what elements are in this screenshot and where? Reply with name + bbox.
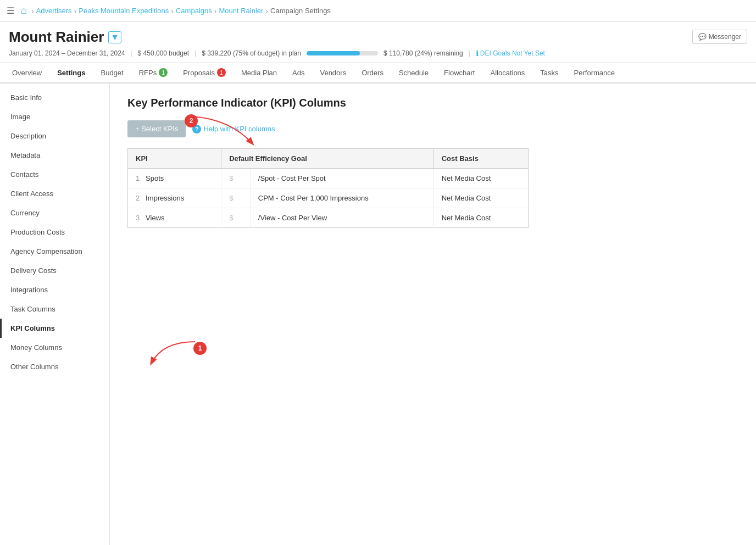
breadcrumb-sep-1: › (74, 7, 77, 15)
row3-num: 3 (136, 214, 140, 222)
row3-kpi-name: Views (146, 214, 164, 222)
sidebar-item-basic-info[interactable]: Basic Info (0, 88, 109, 107)
dei-label: DEI Goals Not Yet Set (480, 49, 545, 57)
messenger-label: Messenger (709, 33, 741, 41)
campaign-title: Mount Rainier ▼ (9, 29, 747, 46)
tab-allocations[interactable]: Allocations (482, 63, 532, 84)
row2-kpi-name: Impressions (146, 194, 184, 202)
campaign-dates: January 01, 2024 – December 31, 2024 (9, 49, 125, 57)
annotation-circle-2: 2 (185, 114, 198, 127)
meta-sep-3: | (469, 49, 470, 57)
sidebar-item-agency-compensation[interactable]: Agency Compensation (0, 242, 109, 261)
annotation-circle-1: 1 (193, 342, 207, 355)
sidebar-item-other-columns[interactable]: Other Columns (0, 357, 109, 376)
messenger-icon: 💬 (698, 33, 707, 41)
row2-goal: CPM - Cost Per 1,000 Impressions (250, 188, 433, 208)
meta-sep-2: | (194, 49, 196, 57)
campaign-budget: $ 450,000 budget (138, 49, 189, 57)
breadcrumb-campaigns[interactable]: Campaigns (176, 7, 212, 15)
sidebar-item-contacts[interactable]: Contacts (0, 165, 109, 184)
tab-media-plan[interactable]: Media Plan (234, 63, 285, 84)
sidebar-item-description[interactable]: Description (0, 126, 109, 146)
row1-kpi-name: Spots (146, 174, 164, 182)
content-area: Key Performance Indicator (KPI) Columns … (110, 84, 756, 545)
sidebar-item-money-columns[interactable]: Money Columns (0, 338, 109, 357)
row2-dollar: $ (221, 188, 251, 208)
sidebar-item-currency[interactable]: Currency (0, 203, 109, 223)
tab-orders[interactable]: Orders (354, 63, 391, 84)
campaign-in-plan: $ 339,220 (75% of budget) in plan (202, 49, 301, 57)
tab-performance[interactable]: Performance (566, 63, 622, 84)
row2-kpi: 2 Impressions (128, 188, 221, 208)
row1-dollar: $ (221, 169, 251, 188)
row1-goal: /Spot - Cost Per Spot (250, 169, 433, 188)
table-row: 2 Impressions $ CPM - Cost Per 1,000 Imp… (128, 188, 529, 208)
home-icon[interactable]: ⌂ (21, 5, 27, 16)
meta-sep-1: | (130, 49, 132, 57)
tab-flowchart[interactable]: Flowchart (436, 63, 482, 84)
top-navigation: ☰ ⌂ › Advertisers › Peaks Mountain Exped… (0, 0, 756, 22)
proposals-badge: 1 (217, 68, 226, 77)
table-row: 3 Views $ /View - Cost Per View Net Medi… (128, 208, 529, 228)
hamburger-menu[interactable]: ☰ (7, 5, 14, 16)
kpi-table: KPI Default Efficiency Goal Cost Basis 1… (127, 148, 529, 228)
sidebar-item-client-access[interactable]: Client Access (0, 184, 109, 203)
rfps-badge: 1 (159, 68, 168, 77)
campaign-name: Mount Rainier (9, 29, 104, 46)
breadcrumb-sep-3: › (214, 7, 217, 15)
tab-rfps[interactable]: RFPs 1 (131, 63, 176, 84)
row1-kpi: 1 Spots (128, 169, 221, 188)
sidebar-item-image[interactable]: Image (0, 107, 109, 126)
help-kpi-link[interactable]: ? Help with KPI columns (192, 125, 275, 134)
row1-cost-basis: Net Media Cost (433, 169, 528, 188)
tab-overview[interactable]: Overview (4, 63, 49, 84)
help-kpi-label: Help with KPI columns (203, 125, 275, 133)
tab-settings[interactable]: Settings (49, 63, 93, 84)
sidebar-item-integrations[interactable]: Integrations (0, 280, 109, 299)
tab-ads[interactable]: Ads (285, 63, 312, 84)
row1-num: 1 (136, 174, 140, 182)
sidebar-item-delivery-costs[interactable]: Delivery Costs (0, 261, 109, 280)
campaign-header: 💬 Messenger Mount Rainier ▼ January 01, … (0, 22, 756, 63)
row3-dollar: $ (221, 208, 251, 228)
budget-bar-container (307, 51, 378, 55)
campaign-remaining: $ 110,780 (24%) remaining (383, 49, 463, 57)
breadcrumb-current: Campaign Settings (270, 7, 331, 15)
tab-schedule[interactable]: Schedule (391, 63, 436, 84)
tab-bar: Overview Settings Budget RFPs 1 Proposal… (0, 63, 756, 84)
messenger-button[interactable]: 💬 Messenger (692, 30, 747, 44)
campaign-dropdown-icon[interactable]: ▼ (108, 31, 121, 43)
tab-budget[interactable]: Budget (93, 63, 131, 84)
sidebar: Basic Info Image Description Metadata Co… (0, 84, 110, 545)
tab-proposals-label: Proposals (183, 69, 215, 77)
budget-bar (307, 51, 378, 55)
sidebar-item-task-columns[interactable]: Task Columns (0, 299, 109, 319)
content-title: Key Performance Indicator (KPI) Columns (127, 97, 738, 109)
row2-num: 2 (136, 194, 140, 202)
row3-cost-basis: Net Media Cost (433, 208, 528, 228)
main-content: Basic Info Image Description Metadata Co… (0, 84, 756, 545)
breadcrumb-sep-2: › (171, 7, 174, 15)
campaign-meta: January 01, 2024 – December 31, 2024 | $… (9, 49, 747, 58)
tab-tasks[interactable]: Tasks (532, 63, 566, 84)
tab-vendors[interactable]: Vendors (312, 63, 354, 84)
button-row: + Select KPIs ? Help with KPI columns (127, 120, 738, 137)
info-icon: ℹ (476, 49, 479, 58)
col-header-cost-basis: Cost Basis (433, 149, 528, 169)
tab-proposals[interactable]: Proposals 1 (175, 63, 234, 84)
sidebar-item-kpi-columns[interactable]: KPI Columns (0, 319, 109, 338)
breadcrumb-mount-rainier[interactable]: Mount Rainier (219, 7, 263, 15)
breadcrumb-peaks[interactable]: Peaks Mountain Expeditions (79, 7, 169, 15)
row3-goal: /View - Cost Per View (250, 208, 433, 228)
sidebar-item-production-costs[interactable]: Production Costs (0, 223, 109, 242)
budget-bar-fill (307, 51, 360, 55)
row3-kpi: 3 Views (128, 208, 221, 228)
sidebar-item-metadata[interactable]: Metadata (0, 146, 109, 165)
breadcrumb-sep-0: › (31, 7, 34, 15)
table-row: 1 Spots $ /Spot - Cost Per Spot Net Medi… (128, 169, 529, 188)
select-kpis-button[interactable]: + Select KPIs (127, 120, 186, 137)
dei-goals-link[interactable]: ℹ DEI Goals Not Yet Set (476, 49, 545, 58)
breadcrumb-advertisers[interactable]: Advertisers (36, 7, 72, 15)
tab-rfps-label: RFPs (139, 69, 157, 77)
col-header-kpi: KPI (128, 149, 221, 169)
